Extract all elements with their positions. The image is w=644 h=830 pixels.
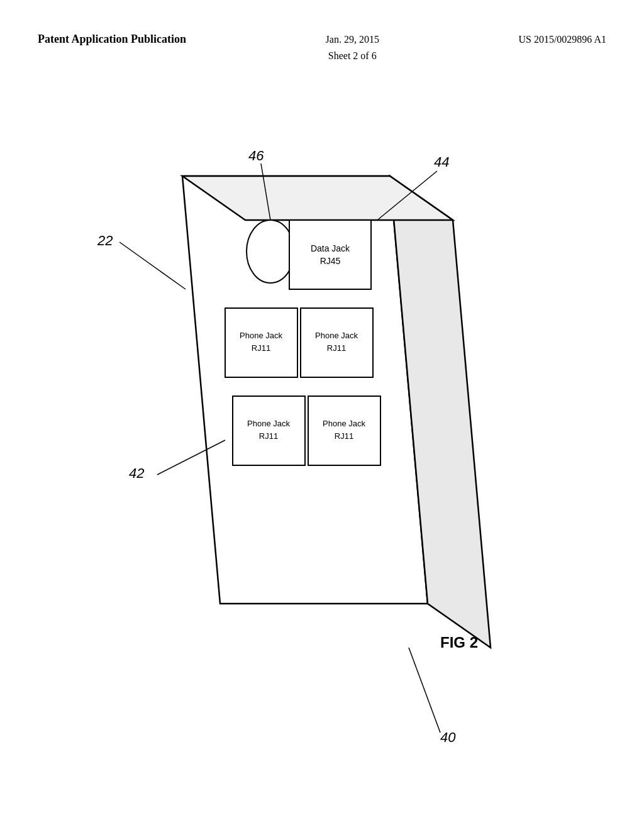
svg-text:RJ11: RJ11	[335, 431, 353, 441]
svg-text:46: 46	[248, 148, 264, 163]
svg-rect-16	[308, 396, 380, 465]
svg-line-28	[409, 648, 440, 733]
svg-text:RJ11: RJ11	[259, 431, 278, 441]
svg-text:42: 42	[129, 465, 144, 481]
sheet-label: Sheet 2 of 6	[328, 50, 377, 61]
date-label: Jan. 29, 2015	[326, 34, 379, 45]
svg-text:22: 22	[97, 233, 113, 248]
svg-text:FIG 2: FIG 2	[440, 634, 478, 651]
publication-label: Patent Application Publication	[38, 31, 186, 47]
svg-line-20	[119, 242, 186, 289]
svg-text:RJ11: RJ11	[327, 343, 346, 353]
svg-rect-10	[301, 308, 373, 377]
svg-text:Phone Jack: Phone Jack	[323, 419, 365, 428]
patent-number: US 2015/0029896 A1	[518, 31, 606, 48]
date-sheet-info: Jan. 29, 2015 Sheet 2 of 6	[326, 31, 379, 64]
svg-text:Phone Jack: Phone Jack	[240, 331, 282, 340]
svg-text:Phone Jack: Phone Jack	[315, 331, 358, 340]
svg-text:RJ11: RJ11	[252, 343, 270, 353]
svg-rect-4	[289, 220, 371, 289]
svg-text:Data Jack: Data Jack	[311, 243, 350, 253]
svg-rect-7	[225, 308, 297, 377]
svg-text:44: 44	[434, 154, 449, 170]
svg-rect-13	[233, 396, 305, 465]
svg-text:RJ45: RJ45	[320, 256, 341, 266]
svg-text:40: 40	[440, 729, 456, 745]
diagram-area: Data Jack RJ45 Phone Jack RJ11 Phone Jac…	[0, 101, 644, 830]
svg-point-3	[247, 220, 294, 283]
page-header: Patent Application Publication Jan. 29, …	[0, 31, 644, 64]
svg-text:Phone Jack: Phone Jack	[247, 419, 290, 428]
